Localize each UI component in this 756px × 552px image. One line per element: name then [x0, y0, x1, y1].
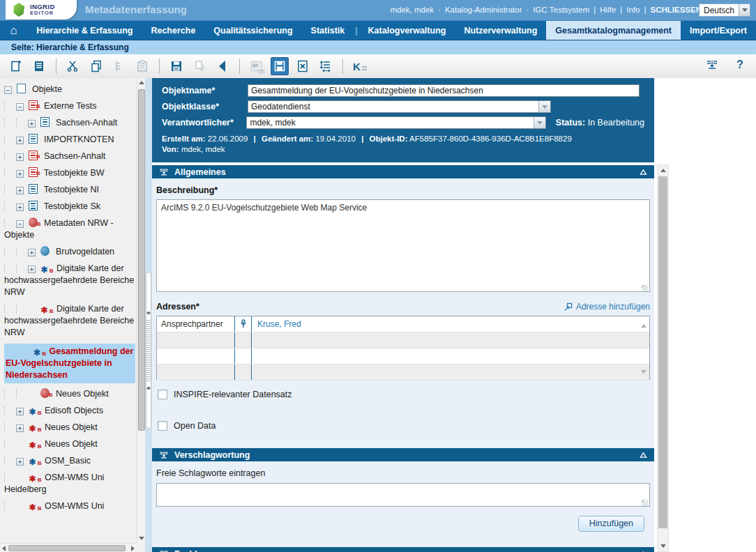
tree-item[interactable]: + ✱B Neues Objekt	[4, 422, 135, 434]
nav-katalogverwaltung[interactable]: Katalogverwaltung	[359, 21, 455, 40]
language-select[interactable]: Deutsch	[699, 3, 750, 17]
copy-with-subtree-button[interactable]	[190, 57, 209, 75]
address-scroll-up[interactable]	[641, 320, 647, 330]
tree-collapse-toggle[interactable]: −	[16, 220, 24, 228]
address-row[interactable]	[157, 365, 649, 381]
tree-item[interactable]: + Testobjekte Sk	[4, 201, 135, 213]
tree-item[interactable]: B Neues Objekt	[4, 388, 135, 400]
tree-expand-toggle[interactable]: +	[16, 187, 24, 194]
tree-item[interactable]: ✱B OSM-WMS Uni	[4, 500, 135, 512]
nav-statistik[interactable]: Statistik	[302, 21, 354, 40]
tree-item[interactable]: + Brutvogeldaten	[4, 246, 135, 258]
tree-expand-toggle[interactable]: +	[16, 204, 24, 211]
sections-toggle-button[interactable]	[703, 56, 721, 74]
tree-collapse-toggle[interactable]: −	[4, 86, 12, 94]
tree-item[interactable]: ✱B OSM-WMS Uni Heidelberg	[4, 472, 135, 496]
tree-item-selected[interactable]: ✱B Gesamtmeldung der EU-Vogelschutzgebie…	[4, 344, 135, 383]
tree-item-objekte[interactable]: − Objekte	[4, 84, 135, 95]
nav-qualitaetssicherung[interactable]: Qualitätssicherung	[204, 21, 301, 40]
tree-expand-toggle[interactable]: +	[16, 424, 24, 432]
address-row[interactable]	[157, 332, 649, 348]
tree-item[interactable]: + B Sachsen-Anhalt	[4, 151, 135, 162]
hinzufuegen-button[interactable]: Hinzufügen	[578, 516, 644, 532]
shortcut-k-button[interactable]: K	[351, 57, 369, 75]
nav-hierarchie-erfassung[interactable]: Hierarchie & Erfassung	[27, 21, 142, 40]
collapse-section-icon[interactable]	[640, 169, 647, 176]
tree-collapse-toggle[interactable]: −	[16, 103, 24, 111]
address-row[interactable]	[157, 348, 649, 365]
scroll-left-icon[interactable]	[2, 546, 6, 551]
paste-node-button[interactable]	[110, 57, 128, 75]
tree-vertical-scrollbar[interactable]	[137, 78, 145, 543]
scroll-down-icon[interactable]	[660, 544, 666, 548]
form-scrollbar-thumb[interactable]	[658, 176, 667, 528]
schlagworte-textarea[interactable]	[156, 483, 650, 507]
tree-scrollbar-thumb[interactable]	[138, 89, 145, 431]
tree-item[interactable]: ✱B Neues Objekt	[4, 438, 135, 450]
tree-item[interactable]: ✱B Digitale Karte der hochwassergefaehrd…	[4, 303, 135, 339]
add-address-link[interactable]: Adresse hinzufügen	[564, 302, 650, 312]
tree-item[interactable]: + B Testobjekte BW	[4, 167, 135, 179]
form-vertical-scrollbar[interactable]	[657, 164, 669, 552]
tree-item[interactable]: + Sachsen-Anhalt	[4, 117, 135, 129]
tree-horizontal-scrollbar[interactable]	[0, 543, 137, 552]
preview-button[interactable]	[30, 57, 48, 75]
resize-handle[interactable]	[642, 500, 648, 506]
home-icon[interactable]: ⌂	[0, 21, 27, 40]
scroll-up-icon[interactable]	[660, 169, 666, 172]
tree-item[interactable]: + Testobjekte NI	[4, 184, 135, 196]
nav-recherche[interactable]: Recherche	[142, 21, 204, 40]
inspire-checkbox[interactable]	[158, 390, 167, 399]
address-row[interactable]: Ansprechpartner Kruse, Fred	[157, 316, 649, 332]
scroll-down-icon[interactable]	[139, 537, 144, 540]
tree-item[interactable]: + ✱B Edisoft Objects	[4, 405, 135, 417]
save-version-button[interactable]	[271, 57, 289, 75]
info-link[interactable]: Info	[626, 6, 640, 14]
address-scroll-down[interactable]	[641, 366, 647, 376]
tree-expand-toggle[interactable]: +	[28, 120, 36, 128]
section-verschlagwortung[interactable]: Verschlagwortung	[152, 448, 654, 461]
tree-expand-toggle[interactable]: +	[28, 249, 36, 256]
verantwortlicher-select[interactable]: mdek, mdek	[246, 116, 545, 129]
tree-expand-toggle[interactable]: +	[16, 153, 24, 161]
nav-import-export[interactable]: Import/Export	[681, 21, 756, 40]
copy-button[interactable]	[87, 57, 105, 75]
help-link[interactable]: Hilfe	[600, 6, 616, 14]
help-button[interactable]: ?	[731, 56, 749, 74]
objektklasse-dropdown-button[interactable]	[538, 101, 550, 112]
back-button[interactable]	[213, 57, 232, 75]
tree-item[interactable]: + IMPORTKNOTEN	[4, 134, 135, 146]
tree-expand-toggle[interactable]: +	[28, 266, 36, 273]
nav-nutzerverwaltung[interactable]: Nutzerverwaltung	[455, 21, 546, 40]
collapse-section-icon[interactable]	[640, 452, 647, 459]
qs-forward-button[interactable]: QS	[248, 57, 266, 75]
expand-compress-button[interactable]	[317, 57, 335, 75]
scroll-up-icon[interactable]	[139, 81, 144, 84]
resize-handle[interactable]	[642, 285, 648, 291]
opendata-checkbox[interactable]	[158, 421, 167, 431]
tree-item[interactable]: + ✱B OSM_Basic	[4, 455, 135, 467]
paste-button[interactable]	[133, 57, 151, 75]
verantwortlicher-dropdown-button[interactable]	[534, 117, 545, 128]
section-allgemeines[interactable]: Allgemeines	[152, 165, 654, 178]
tree-item[interactable]: − B Metadaten NRW - Objekte	[4, 217, 135, 241]
objektklasse-select[interactable]: Geodatendienst	[248, 100, 551, 113]
language-dropdown-button[interactable]	[739, 4, 750, 16]
tree-item[interactable]: − B Externe Tests	[4, 100, 135, 112]
tree-item[interactable]: + ✱B Digitale Karte der hochwassergefaeh…	[4, 263, 135, 298]
beschreibung-textarea[interactable]: ArcIMS 9.2.0 EU-Vogelschutzgebiete Web M…	[156, 199, 650, 292]
new-object-button[interactable]	[7, 57, 25, 75]
discard-button[interactable]	[294, 57, 312, 75]
close-link[interactable]: SCHLIESSEN	[651, 6, 702, 14]
cut-button[interactable]	[64, 57, 82, 75]
tree-expand-toggle[interactable]: +	[16, 170, 24, 178]
tree-expand-toggle[interactable]: +	[16, 458, 24, 466]
tree-expand-toggle[interactable]: +	[16, 408, 24, 415]
section-fachbezug[interactable]: Fachbezug	[152, 547, 654, 552]
save-button[interactable]	[167, 57, 186, 75]
tree-expand-toggle[interactable]: +	[16, 137, 24, 144]
panel-splitter[interactable]	[145, 78, 152, 552]
scroll-right-icon[interactable]	[131, 546, 135, 551]
objektname-input[interactable]	[248, 84, 640, 97]
splitter-grip[interactable]	[146, 272, 151, 429]
